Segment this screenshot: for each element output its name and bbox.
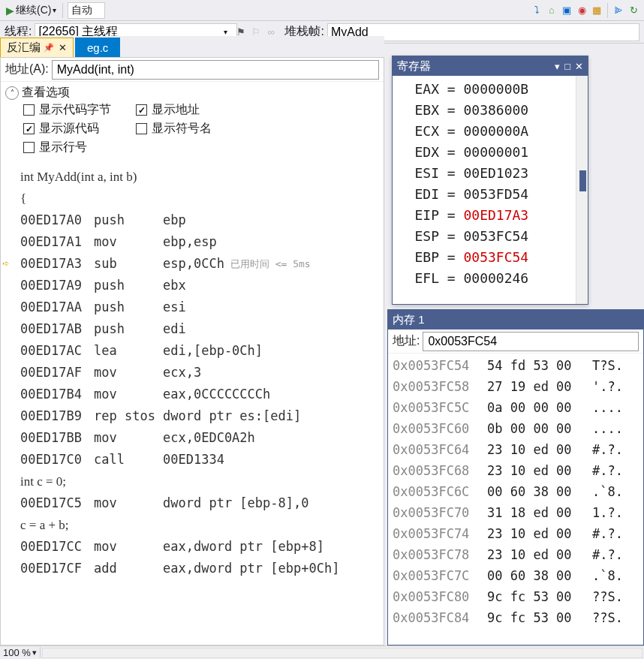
asm-line[interactable]: 00ED17C5movdword ptr [ebp-8],0 (1, 492, 384, 514)
memory-ascii: T?S. (592, 355, 623, 376)
register-name: EAX (406, 79, 439, 100)
register-row[interactable]: EBP = 0053FC54 (393, 247, 588, 268)
memory-row[interactable]: 0x0053FC7C 00 60 38 00 .`8. (393, 565, 639, 586)
asm-opcode: rep stos (94, 405, 163, 427)
asm-operands: edi (163, 318, 186, 340)
memory-row[interactable]: 0x0053FC80 9c fc 53 00 ??S. (393, 586, 639, 607)
auto-dropdown[interactable]: 自动 (68, 2, 105, 19)
opt-show-lineno[interactable]: 显示行号 (23, 140, 136, 155)
memory-row[interactable]: 0x0053FC58 27 19 ed 00 '.?. (393, 376, 639, 397)
register-row[interactable]: EIP = 00ED17A3 (393, 205, 588, 226)
current-instruction-arrow-icon: ➪ (2, 253, 9, 275)
register-value: 0053FC54 (464, 249, 529, 265)
register-row[interactable]: EFL = 00000246 (393, 268, 588, 289)
opt-show-source[interactable]: 显示源代码 (23, 121, 136, 137)
step-icon[interactable]: ⤵ (531, 5, 543, 17)
asm-opcode: push (94, 296, 163, 318)
continue-button[interactable]: ▶ 继续(C) ▾ (3, 2, 59, 19)
checkbox-checked-icon (23, 123, 35, 134)
memory-row[interactable]: 0x0053FC70 31 18 ed 00 1.?. (393, 502, 639, 523)
memory-address: 0x0053FC80 (393, 586, 487, 607)
memory-hex: 23 10 ed 00 (487, 523, 592, 544)
asm-line[interactable]: 00ED17AFmovecx,3 (1, 362, 384, 384)
asm-line[interactable]: 00ED17A9pushebx (1, 275, 384, 296)
memory-body[interactable]: 0x0053FC54 54 fd 53 00 T?S.0x0053FC58 27… (388, 354, 643, 630)
asm-operands: edi,[ebp-0Ch] (163, 340, 263, 362)
asm-line[interactable]: 00ED17AApushesi (1, 296, 384, 318)
disassembly-listing[interactable]: int MyAdd(int a, int b){00ED17A0pushebp0… (1, 160, 384, 579)
asm-line[interactable]: 00ED17C0call00ED1334 (1, 449, 384, 471)
asm-opcode: mov (94, 427, 163, 449)
asm-address: 00ED17B9 (20, 405, 94, 427)
register-row[interactable]: EDX = 00000001 (393, 142, 588, 163)
opt-show-address[interactable]: 显示地址 (136, 102, 248, 118)
close-icon[interactable]: ✕ (59, 42, 67, 53)
asm-line[interactable]: 00ED17ABpushedi (1, 318, 384, 340)
modules-icon[interactable]: ▦ (591, 5, 603, 17)
asm-line[interactable]: 00ED17CCmoveax,dword ptr [ebp+8] (1, 536, 384, 558)
disasm-address-bar: 地址(A): (1, 58, 384, 82)
asm-opcode: push (94, 275, 163, 296)
memory-titlebar[interactable]: 内存 1 (388, 310, 643, 330)
memory-address: 0x0053FC60 (393, 418, 487, 439)
windows-icon[interactable]: ▣ (561, 5, 573, 17)
register-row[interactable]: ESP = 0053FC54 (393, 226, 588, 247)
asm-operands: dword ptr [ebp-8],0 (163, 492, 308, 514)
asm-line[interactable]: 00ED17CFaddeax,dword ptr [ebp+0Ch] (1, 558, 384, 579)
asm-line[interactable]: 00ED17B4moveax,0CCCCCCCCh (1, 384, 384, 405)
opt-show-symbol[interactable]: 显示符号名 (136, 121, 248, 137)
pin-icon[interactable]: 📌 (44, 43, 54, 53)
home-icon[interactable]: ⌂ (546, 5, 558, 17)
asm-address: 00ED17A9 (20, 275, 94, 296)
view-options-toggle[interactable]: ˄ 查看选项 (5, 85, 379, 101)
memory-row[interactable]: 0x0053FC78 23 10 ed 00 #.?. (393, 544, 639, 565)
memory-row[interactable]: 0x0053FC84 9c fc 53 00 ??S. (393, 607, 639, 628)
zoom-dropdown[interactable]: 100 % ▾ (0, 647, 41, 658)
asm-address: 00ED17AC (20, 340, 94, 362)
scrollbar-thumb[interactable] (579, 170, 586, 191)
memory-address: 0x0053FC7C (393, 565, 487, 586)
memory-row[interactable]: 0x0053FC6C 00 60 38 00 .`8. (393, 481, 639, 502)
opt-show-code-bytes[interactable]: 显示代码字节 (23, 102, 136, 118)
register-value: 0053FC54 (464, 228, 529, 244)
asm-operands: eax,dword ptr [ebp+0Ch] (163, 558, 339, 579)
asm-operands: ecx,3 (163, 362, 201, 384)
scrollbar[interactable] (576, 76, 588, 304)
asm-line[interactable]: 00ED17BBmovecx,0EDC0A2h (1, 427, 384, 449)
register-name: ESI (406, 163, 439, 184)
asm-line[interactable]: ➪00ED17A3subesp,0CCh已用时间 <= 5ms (1, 253, 384, 275)
register-row[interactable]: ECX = 0000000A (393, 121, 588, 142)
tab-file-egc[interactable]: eg.c (75, 38, 120, 57)
asm-line[interactable]: 00ED17ACleaedi,[ebp-0Ch] (1, 340, 384, 362)
register-row[interactable]: EBX = 00386000 (393, 100, 588, 121)
close-icon[interactable]: ✕ (575, 61, 583, 72)
memory-row[interactable]: 0x0053FC74 23 10 ed 00 #.?. (393, 523, 639, 544)
memory-address-input[interactable] (423, 332, 639, 351)
refresh-icon[interactable]: ↻ (627, 5, 639, 17)
memory-row[interactable]: 0x0053FC60 0b 00 00 00 .... (393, 418, 639, 439)
threads-icon[interactable]: ⫸ (612, 5, 624, 17)
register-row[interactable]: ESI = 00ED1023 (393, 163, 588, 184)
registers-titlebar[interactable]: 寄存器 ▾ □ ✕ (393, 56, 588, 76)
asm-line[interactable]: 00ED17A1movebp,esp (1, 231, 384, 253)
memory-row[interactable]: 0x0053FC64 23 10 ed 00 #.?. (393, 439, 639, 460)
asm-line[interactable]: 00ED17A0pushebp (1, 209, 384, 231)
register-row[interactable]: EDI = 0053FD54 (393, 184, 588, 205)
memory-address-label: 地址: (393, 333, 420, 349)
memory-address: 0x0053FC78 (393, 544, 487, 565)
asm-line[interactable]: 00ED17B9rep stosdword ptr es:[edi] (1, 405, 384, 427)
memory-hex: 0b 00 00 00 (487, 418, 592, 439)
dropdown-icon[interactable]: ▾ (555, 61, 560, 72)
memory-title: 内存 1 (393, 313, 639, 327)
memory-row[interactable]: 0x0053FC5C 0a 00 00 00 .... (393, 397, 639, 418)
breakpoints-icon[interactable]: ◉ (576, 5, 588, 17)
memory-row[interactable]: 0x0053FC68 23 10 ed 00 #.?. (393, 460, 639, 481)
horizontal-scrollbar[interactable] (42, 648, 642, 658)
registers-body[interactable]: EAX = 0000000BEBX = 00386000ECX = 000000… (393, 76, 588, 304)
memory-ascii: .... (592, 418, 623, 439)
tab-disassembly[interactable]: 反汇编 📌 ✕ (0, 38, 74, 57)
memory-row[interactable]: 0x0053FC54 54 fd 53 00 T?S. (393, 355, 639, 376)
register-row[interactable]: EAX = 0000000B (393, 79, 588, 100)
address-input[interactable] (52, 60, 379, 80)
maximize-icon[interactable]: □ (564, 61, 570, 72)
